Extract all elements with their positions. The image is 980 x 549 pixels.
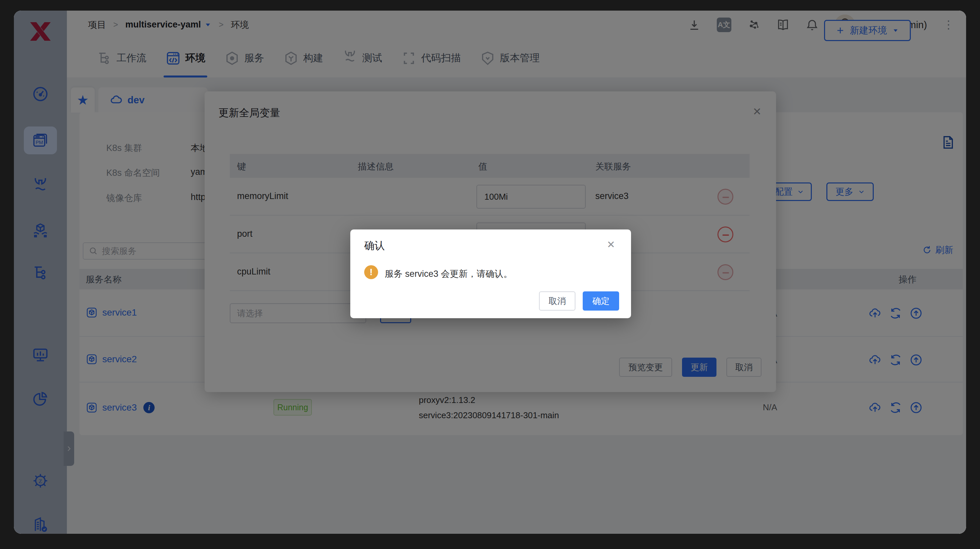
desktop-background: { "colors": { "primary": "#2e6ff2", "con…: [0, 0, 980, 549]
confirm-dialog: 确认 ✕ ! 服务 service3 会更新，请确认。 取消 确定: [350, 229, 631, 318]
warning-icon: !: [364, 265, 378, 279]
app-window: PM Z: [14, 11, 966, 534]
confirm-title: 确认: [364, 239, 385, 253]
confirm-cancel-button[interactable]: 取消: [539, 291, 576, 310]
confirm-ok-button[interactable]: 确定: [583, 291, 619, 310]
confirm-close-button[interactable]: ✕: [607, 239, 615, 250]
confirm-message: 服务 service3 会更新，请确认。: [385, 268, 512, 280]
confirm-footer: 取消 确定: [539, 291, 619, 310]
